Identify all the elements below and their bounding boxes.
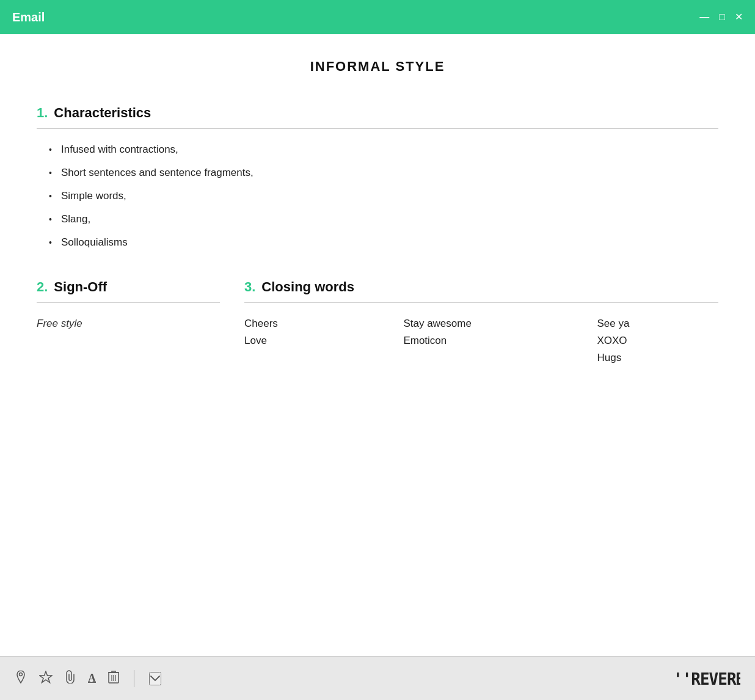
list-item: Simple words, (49, 190, 718, 202)
section-3-divider (244, 302, 718, 303)
free-style-text: Free style (37, 318, 220, 330)
section-3: 3. Closing words Cheers Stay awesome See… (244, 279, 718, 364)
closing-word (244, 352, 367, 364)
closing-word: Cheers (244, 318, 367, 330)
toolbar-left: A (15, 670, 161, 687)
two-column-layout: 2. Sign-Off Free style 3. Closing words … (37, 279, 718, 364)
section-1-divider (37, 128, 718, 129)
trash-icon[interactable] (108, 670, 119, 687)
maximize-button[interactable]: □ (719, 12, 725, 22)
svg-point-0 (20, 673, 23, 676)
list-item: Infused with contractions, (49, 144, 718, 156)
location-icon[interactable] (15, 670, 27, 687)
paperclip-icon[interactable] (65, 670, 76, 687)
section-1: 1. Characteristics Infused with contract… (37, 105, 718, 249)
section-3-header: 3. Closing words (244, 279, 718, 295)
closing-word: Emoticon (403, 335, 560, 347)
section-2-title: Sign-Off (54, 279, 107, 295)
section-2-divider (37, 302, 220, 303)
list-item: Slang, (49, 213, 718, 225)
list-item: Short sentences and sentence fragments, (49, 167, 718, 179)
section-1-number: 1. (37, 105, 48, 121)
app-title: Email (12, 10, 45, 24)
titlebar: Email — □ ✕ (0, 0, 755, 34)
closing-word: Stay awesome (403, 318, 560, 330)
section-2: 2. Sign-Off Free style (37, 279, 220, 364)
closing-word: Hugs (597, 352, 718, 364)
svg-text:''REVERB: ''REVERB (673, 670, 740, 688)
section-3-number: 3. (244, 279, 255, 295)
section-2-number: 2. (37, 279, 48, 295)
logo: ''REVERB (673, 668, 740, 690)
section-2-header: 2. Sign-Off (37, 279, 220, 295)
closing-words-grid: Cheers Stay awesome See ya Love Emoticon… (244, 318, 718, 364)
window-controls: — □ ✕ (699, 12, 743, 22)
star-icon[interactable] (39, 671, 53, 687)
main-content: INFORMAL STYLE 1. Characteristics Infuse… (0, 34, 755, 656)
close-button[interactable]: ✕ (735, 12, 743, 22)
section-1-title: Characteristics (54, 105, 151, 121)
text-format-icon[interactable]: A (88, 672, 96, 685)
page-title: INFORMAL STYLE (37, 59, 718, 75)
closing-word: Love (244, 335, 367, 347)
section-1-header: 1. Characteristics (37, 105, 718, 121)
minimize-button[interactable]: — (699, 12, 709, 22)
toolbar-divider (134, 670, 134, 687)
closing-word (403, 352, 560, 364)
characteristics-list: Infused with contractions, Short sentenc… (37, 144, 718, 249)
closing-word: See ya (597, 318, 718, 330)
list-item: Solloquialisms (49, 236, 718, 249)
chevron-down-icon[interactable] (149, 672, 161, 685)
section-3-title: Closing words (261, 279, 354, 295)
closing-word: XOXO (597, 335, 718, 347)
toolbar: A ''REVERB (0, 656, 755, 700)
